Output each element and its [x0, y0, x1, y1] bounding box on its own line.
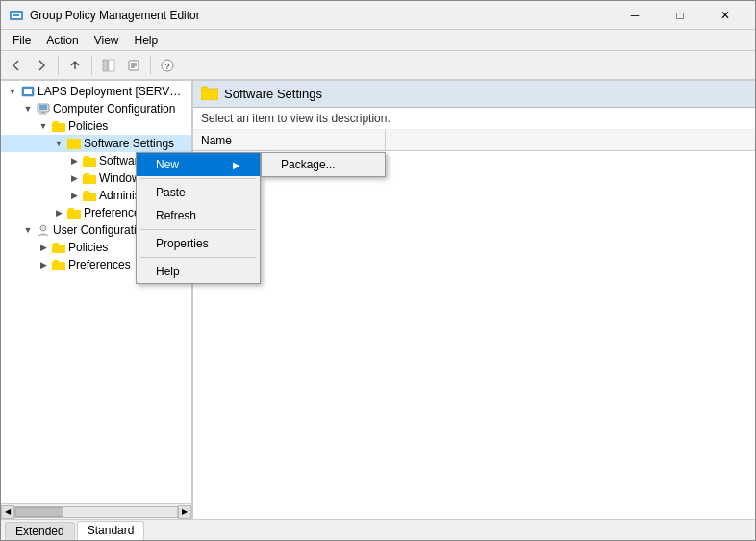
- expand-computer[interactable]: ▼: [20, 101, 36, 116]
- context-menu-item-properties[interactable]: Properties: [137, 232, 260, 255]
- menu-action[interactable]: Action: [38, 32, 86, 49]
- column-headers: Name: [193, 130, 755, 151]
- scroll-right[interactable]: ▶: [178, 505, 191, 519]
- right-description: Select an item to view its description.: [193, 108, 755, 130]
- expand-prefs-uc[interactable]: ▶: [36, 257, 51, 272]
- context-menu-item-refresh[interactable]: Refresh: [137, 204, 260, 227]
- tree-label-policies: Policies: [68, 119, 108, 133]
- scroll-thumb[interactable]: [15, 507, 63, 517]
- context-item-help-label: Help: [156, 265, 180, 278]
- tree-scrollbar[interactable]: ◀ ▶: [1, 503, 191, 519]
- folder-prefs-cc-icon: [66, 205, 82, 220]
- title-bar: Group Policy Management Editor ─ □ ✕: [1, 1, 755, 30]
- forward-button[interactable]: [30, 54, 53, 77]
- context-menu-item-paste[interactable]: Paste: [137, 181, 260, 204]
- submenu-item-package-label: Package...: [281, 158, 336, 171]
- tree-label-user: User Configurati...: [53, 223, 146, 237]
- submenu: Package...: [261, 152, 386, 177]
- context-item-refresh-label: Refresh: [156, 209, 196, 222]
- close-button[interactable]: ✕: [703, 1, 747, 30]
- properties-button[interactable]: [122, 54, 145, 77]
- window-controls: ─ □ ✕: [613, 1, 747, 30]
- minimize-button[interactable]: ─: [613, 1, 657, 30]
- context-separator-1: [140, 178, 256, 179]
- main-window: Group Policy Management Editor ─ □ ✕ Fil…: [0, 0, 756, 541]
- header-folder-icon: [201, 85, 218, 103]
- expand-policies[interactable]: ▼: [36, 118, 51, 134]
- svg-rect-15: [41, 112, 45, 114]
- context-menu: New ▶ Paste Refresh Properties Help: [136, 152, 261, 284]
- folder-software-icon: [66, 136, 82, 151]
- folder-policies-icon: [51, 118, 66, 134]
- expand-prefs-cc[interactable]: ▶: [51, 205, 66, 220]
- tab-extended[interactable]: Extended: [5, 522, 75, 540]
- tree-label-prefs-uc: Preferences: [68, 258, 131, 271]
- right-pane: Software Settings Select an item to view…: [193, 81, 755, 519]
- toolbar-separator-2: [91, 56, 92, 75]
- context-menu-item-new[interactable]: New ▶: [137, 153, 260, 176]
- back-button[interactable]: [5, 54, 28, 77]
- col-header-name[interactable]: Name: [193, 130, 386, 150]
- scroll-left[interactable]: ◀: [1, 505, 14, 519]
- context-separator-2: [140, 229, 256, 230]
- svg-rect-2: [13, 14, 19, 16]
- menu-view[interactable]: View: [87, 32, 127, 49]
- computer-icon: [36, 101, 51, 116]
- svg-rect-4: [109, 60, 114, 71]
- gpo-icon: [20, 84, 36, 99]
- expand-user[interactable]: ▼: [20, 222, 36, 238]
- toolbar-separator-1: [58, 56, 59, 75]
- menu-help[interactable]: Help: [127, 32, 166, 49]
- expand-windows[interactable]: ▶: [66, 170, 82, 186]
- tree-item-computer-config[interactable]: ▼ Computer Configuration: [1, 100, 191, 117]
- svg-rect-14: [39, 105, 47, 110]
- svg-rect-3: [103, 60, 108, 71]
- menu-file[interactable]: File: [5, 32, 38, 49]
- context-menu-item-help[interactable]: Help: [137, 260, 260, 283]
- expand-admin[interactable]: ▶: [66, 188, 82, 203]
- svg-text:?: ?: [164, 62, 170, 71]
- expand-software-child[interactable]: ▶: [66, 153, 82, 168]
- svg-rect-12: [24, 89, 32, 94]
- context-item-paste-label: Paste: [156, 186, 186, 199]
- menu-bar: File Action View Help: [1, 30, 755, 51]
- help-button[interactable]: ?: [156, 54, 179, 77]
- folder-policies-uc-icon: [51, 240, 66, 255]
- folder-software-child-icon: [82, 153, 97, 168]
- folder-prefs-uc-icon: [51, 257, 66, 272]
- tree-label-computer: Computer Configuration: [53, 102, 175, 116]
- svg-rect-16: [39, 114, 47, 115]
- maximize-button[interactable]: □: [658, 1, 702, 30]
- tree-label-policies-uc: Policies: [68, 241, 108, 254]
- folder-admin-icon: [82, 188, 97, 203]
- right-header: Software Settings: [193, 81, 755, 108]
- show-hide-button[interactable]: [97, 54, 120, 77]
- expand-software[interactable]: ▼: [51, 136, 66, 151]
- expand-policies-uc[interactable]: ▶: [36, 240, 51, 255]
- context-item-properties-label: Properties: [156, 237, 209, 250]
- expand-root[interactable]: ▼: [5, 84, 20, 99]
- submenu-arrow-new: ▶: [233, 160, 240, 170]
- tree-item-root[interactable]: ▼ LAPS Deployment [SERVERLAB...: [1, 83, 191, 100]
- context-item-new-label: New: [156, 158, 179, 171]
- app-icon: [9, 8, 24, 23]
- main-container: ▼ LAPS Deployment [SERVERLAB... ▼: [1, 80, 755, 519]
- user-config-icon: [36, 222, 51, 238]
- tree-pane: ▼ LAPS Deployment [SERVERLAB... ▼: [1, 81, 193, 519]
- tree-item-software-settings[interactable]: ▼ Software Settings: [1, 135, 191, 152]
- up-button[interactable]: [63, 54, 87, 77]
- window-title: Group Policy Management Editor: [30, 9, 613, 22]
- folder-windows-icon: [82, 170, 97, 186]
- toolbar-separator-3: [150, 56, 151, 75]
- scroll-track[interactable]: [14, 506, 178, 518]
- right-header-title: Software Settings: [224, 87, 322, 101]
- submenu-item-package[interactable]: Package...: [262, 153, 385, 176]
- tab-standard[interactable]: Standard: [77, 521, 145, 540]
- svg-rect-19: [201, 87, 208, 90]
- tree-label-root: LAPS Deployment [SERVERLAB...: [38, 85, 188, 98]
- tree-label-software: Software Settings: [84, 137, 174, 150]
- tab-bar: Extended Standard: [1, 519, 755, 540]
- tree-item-policies[interactable]: ▼ Policies: [1, 117, 191, 135]
- content-area: Software installation: [193, 151, 755, 519]
- context-separator-3: [140, 257, 256, 258]
